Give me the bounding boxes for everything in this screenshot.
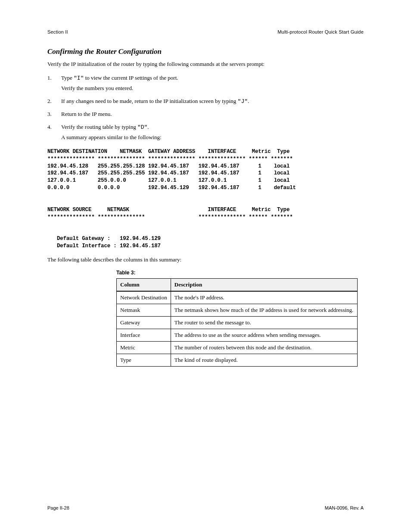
footer-left: Page II-28 — [47, 505, 69, 510]
step-number: 1. — [47, 74, 61, 95]
table-cell-description: The number of routers between this node … — [171, 341, 357, 354]
table-cell-description: The address to use as the source address… — [171, 329, 357, 341]
key-literal: "J" — [238, 98, 248, 105]
step-line: If any changes need to be made, return t… — [61, 97, 364, 106]
step-line: Type "I" to view the current IP settings… — [61, 74, 364, 82]
table-row: InterfaceThe address to use as the sourc… — [117, 329, 358, 341]
step-number: 3. — [47, 110, 61, 121]
header-right: Multi-protocol Router Quick Start Guide — [277, 29, 364, 34]
table-header-description: Description — [171, 278, 357, 291]
step-body: Return to the IP menu. — [61, 110, 364, 121]
page-footer: Page II-28 MAN-0096, Rev. A — [47, 505, 364, 510]
step-line: Verify the routing table by typing "D". — [61, 123, 364, 131]
table-cell-description: The kind of route displayed. — [171, 354, 357, 366]
table-row: TypeThe kind of route displayed. — [117, 354, 358, 366]
table-cell-column: Metric — [117, 341, 171, 354]
step-line: A summary appears similar to the followi… — [61, 134, 364, 141]
step-line: Verify the numbers you entered. — [61, 84, 364, 92]
step-body: If any changes need to be made, return t… — [61, 97, 364, 108]
post-text: The following table describes the column… — [47, 256, 364, 264]
table-cell-column: Netmask — [117, 304, 171, 316]
header-left: Section II — [47, 29, 68, 34]
key-literal: "I" — [74, 75, 84, 81]
step-2: 2.If any changes need to be made, return… — [47, 97, 364, 108]
table-cell-column: Network Destination — [117, 291, 171, 304]
section-title: Confirming the Router Configuration — [47, 47, 364, 56]
table-header-column: Column — [117, 278, 171, 291]
table-caption: Table 3: — [116, 270, 358, 276]
page-header: Section II Multi-protocol Router Quick S… — [47, 29, 364, 34]
key-literal: "D" — [137, 124, 147, 131]
table-cell-column: Type — [117, 354, 171, 366]
table-cell-description: The netmask shows how much of the IP add… — [171, 304, 357, 316]
table-row: Network DestinationThe node's IP address… — [117, 291, 358, 304]
table-cell-description: The router to send the message to. — [171, 316, 357, 329]
section-intro: Verify the IP initialization of the rout… — [47, 60, 364, 68]
table-cell-column: Interface — [117, 329, 171, 341]
step-body: Verify the routing table by typing "D".A… — [61, 123, 364, 144]
column-description-table: Table 3: Column Description Network Dest… — [116, 270, 358, 367]
terminal-routing-table: NETWORK DESTINATION NETMASK GATEWAY ADDR… — [47, 148, 364, 250]
table-cell-description: The node's IP address. — [171, 291, 357, 304]
step-body: Type "I" to view the current IP settings… — [61, 74, 364, 95]
table-cell-column: Gateway — [117, 316, 171, 329]
step-number: 2. — [47, 97, 61, 108]
table-row: MetricThe number of routers between this… — [117, 341, 358, 354]
table-row: GatewayThe router to send the message to… — [117, 316, 358, 329]
step-4: 4.Verify the routing table by typing "D"… — [47, 123, 364, 144]
step-1: 1.Type "I" to view the current IP settin… — [47, 74, 364, 95]
step-line: Return to the IP menu. — [61, 110, 364, 118]
step-number: 4. — [47, 123, 61, 144]
step-3: 3.Return to the IP menu. — [47, 110, 364, 121]
table-row: NetmaskThe netmask shows how much of the… — [117, 304, 358, 316]
footer-right: MAN-0096, Rev. A — [325, 505, 364, 510]
